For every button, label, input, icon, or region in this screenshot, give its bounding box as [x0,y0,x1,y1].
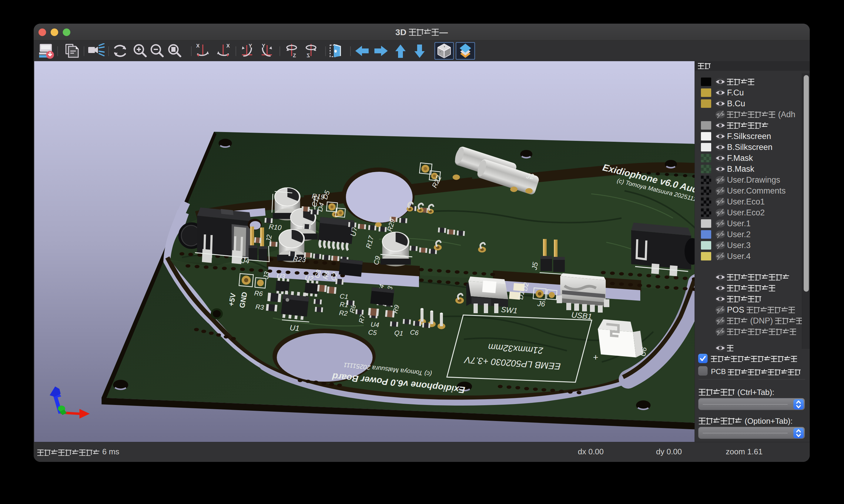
svg-text:R23: R23 [293,255,307,264]
svg-text:J3: J3 [262,271,271,280]
svg-text:U6: U6 [638,346,648,357]
svg-text:R3: R3 [255,303,265,311]
svg-text:Q1: Q1 [394,329,403,337]
svg-text:U1: U1 [290,323,300,332]
svg-text:R2: R2 [339,309,348,317]
svg-text:J2: J2 [264,234,273,243]
svg-text:U4: U4 [371,321,380,329]
svg-text:C1: C1 [340,292,349,301]
svg-text:U2: U2 [305,274,314,282]
svg-text:J5: J5 [530,262,539,271]
svg-text:R6: R6 [254,289,263,298]
svg-text:R10: R10 [269,222,282,232]
svg-text:Z: Z [293,53,296,58]
svg-text:J6: J6 [537,299,546,308]
svg-text:X: X [226,43,230,49]
svg-text:C6: C6 [410,328,419,337]
svg-text:J2: J2 [526,172,534,181]
svg-text:+: + [593,352,599,362]
svg-text:J4: J4 [241,256,250,265]
svg-text:U3: U3 [276,272,286,280]
svg-text:Z: Z [307,53,310,58]
svg-text:X: X [196,43,200,49]
svg-text:SW1: SW1 [501,305,518,315]
svg-text:C5: C5 [368,328,377,337]
